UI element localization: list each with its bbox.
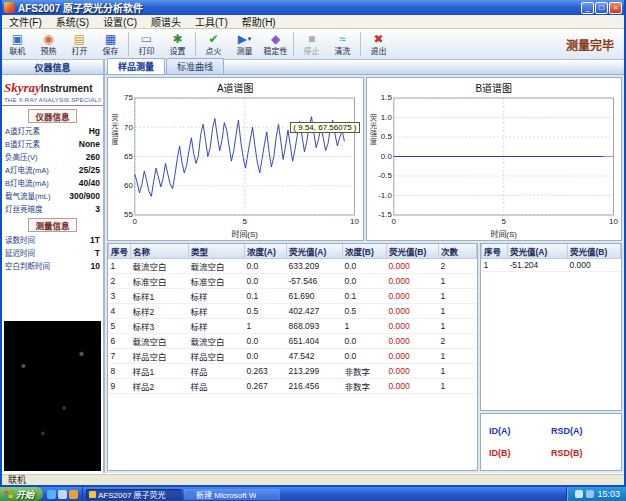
dropdown-arrow-icon[interactable]: ▾ <box>248 35 252 43</box>
header-row: 序号名称类型浓度(A)荧光值(A)浓度(B)荧光值(B)次数 <box>109 244 477 259</box>
table-cell: 1 <box>439 289 477 304</box>
start-button[interactable]: 开始 <box>0 487 43 501</box>
minimize-button[interactable]: _ <box>581 2 594 14</box>
results-table: 序号名称类型浓度(A)荧光值(A)浓度(B)荧光值(B)次数1载流空白载流空白0… <box>108 244 477 394</box>
close-button[interactable]: × <box>609 2 622 14</box>
column-header[interactable]: 荧光值(B) <box>387 244 439 259</box>
table-row[interactable]: 5标样3标样1868.09310.0001 <box>109 319 477 334</box>
exit-icon: ✖ <box>373 33 383 45</box>
table-row[interactable]: 2标准空白标准空白0.0-57.5460.00.0001 <box>109 274 477 289</box>
column-header[interactable]: 荧光值(B) <box>568 244 621 259</box>
chart-tooltip: ( 9.54, 67.56075 ) <box>290 122 359 133</box>
measurement-area: 样品测量标准曲线 A道谱图 荧光强度 55606570750510时间(S) (… <box>105 60 624 473</box>
svg-text:时间(S): 时间(S) <box>490 229 517 239</box>
measure-button[interactable]: ▶▾测量 <box>229 30 260 59</box>
table-cell: 2 <box>439 259 477 274</box>
field-label: A道灯元素 <box>5 125 40 136</box>
tab-sample-measurement[interactable]: 样品测量 <box>107 58 165 74</box>
menu-item[interactable]: 系统(S) <box>49 14 96 29</box>
table-cell: 样品2 <box>131 379 189 394</box>
instrument-panel: 仪器信息 SkyrayInstrument THE X-RAY ANALYSIS… <box>2 60 105 473</box>
table-cell: 0.000 <box>387 304 439 319</box>
table-cell: 0.000 <box>387 349 439 364</box>
menu-item[interactable]: 帮助(H) <box>235 14 283 29</box>
column-header[interactable]: 荧光值(A) <box>508 244 568 259</box>
table-row[interactable]: 8样品1样品0.263213.299非数字0.0001 <box>109 364 477 379</box>
brand-name: SkyrayInstrument <box>4 78 101 96</box>
table-cell: 0.267 <box>245 379 287 394</box>
main-content: 仪器信息 SkyrayInstrument THE X-RAY ANALYSIS… <box>2 60 624 473</box>
rinse-button[interactable]: ≈清洗 <box>327 30 358 59</box>
column-header[interactable]: 序号 <box>482 244 508 259</box>
table-cell: 标样 <box>189 319 245 334</box>
open-button[interactable]: ▤打开 <box>64 30 95 59</box>
chart-a-title: A道谱图 <box>108 78 363 93</box>
chart-a-plot[interactable]: 55606570750510时间(S) <box>108 93 363 239</box>
toolbar-icon-row: ✔ <box>208 33 218 46</box>
table-row[interactable]: 4标样2标样0.5402.4270.50.0001 <box>109 304 477 319</box>
brand-black: Instrument <box>41 83 93 94</box>
menu-item[interactable]: 工具(T) <box>188 14 235 29</box>
show-desktop-icon[interactable] <box>58 490 67 499</box>
window-controls: _ □ × <box>581 2 622 14</box>
svg-text:-1.0: -1.0 <box>378 191 392 200</box>
field-label: 灯丝亮暗度 <box>5 203 43 214</box>
table-cell: 标样2 <box>131 304 189 319</box>
table-row[interactable]: 9样品2样品0.267216.456非数字0.0001 <box>109 379 477 394</box>
table-cell: 样品空白 <box>131 349 189 364</box>
ie-icon[interactable] <box>47 490 56 499</box>
column-header[interactable]: 类型 <box>189 244 245 259</box>
media-player-icon[interactable] <box>69 490 78 499</box>
maximize-button[interactable]: □ <box>595 2 608 14</box>
table-cell: 载流空白 <box>131 334 189 349</box>
settings-button[interactable]: ✱设置 <box>162 30 193 59</box>
connect-icon: ▣ <box>12 33 23 45</box>
preheat-button[interactable]: ◉预热 <box>33 30 64 59</box>
table-cell: 0.0 <box>245 259 287 274</box>
column-header[interactable]: 浓度(A) <box>245 244 287 259</box>
column-header[interactable]: 名称 <box>131 244 189 259</box>
ignite-button[interactable]: ✔点火 <box>198 30 229 59</box>
menu-item[interactable]: 设置(C) <box>96 14 144 29</box>
network-icon[interactable] <box>586 490 594 498</box>
system-tray: 15:03 <box>566 487 626 501</box>
table-cell: 0.5 <box>245 304 287 319</box>
print-button[interactable]: ▭打印 <box>131 30 162 59</box>
chart-b-plot[interactable]: -1.5-1.0-0.50.00.51.01.50510时间(S) <box>367 93 622 239</box>
menu-item[interactable]: 顺谱头 <box>144 14 188 29</box>
connect-button[interactable]: ▣联机 <box>2 30 33 59</box>
stop-button[interactable]: ■停止 <box>296 30 327 59</box>
tab-standard-curve[interactable]: 标准曲线 <box>166 58 224 74</box>
exit-button[interactable]: ✖退出 <box>363 30 394 59</box>
instrument-field-row: B灯电流(mA)40/40 <box>2 176 103 189</box>
table-cell: 0.0 <box>343 349 387 364</box>
tab-strip: 样品测量标准曲线 <box>105 60 624 75</box>
stability-button[interactable]: ◆稳定性 <box>260 30 291 59</box>
measure-field-row: 空白判断时间10 <box>2 259 103 272</box>
table-cell: 9 <box>109 379 131 394</box>
table-cell: 8 <box>109 364 131 379</box>
table-cell: 7 <box>109 349 131 364</box>
table-row[interactable]: 7样品空白样品空白0.047.5420.00.0001 <box>109 349 477 364</box>
task-button[interactable]: 新建 Microsoft W <box>184 489 280 500</box>
table-row[interactable]: 1载流空白载流空白0.0633.2090.00.0002 <box>109 259 477 274</box>
measure-field-row: 读数时间1T <box>2 233 103 246</box>
table-row[interactable]: 1-51.2040.000 <box>482 259 621 272</box>
column-header[interactable]: 浓度(B) <box>343 244 387 259</box>
table-row[interactable]: 3标样1标样0.161.6900.10.0001 <box>109 289 477 304</box>
chart-b: B道谱图 荧光强度 -1.5-1.0-0.50.00.51.01.50510时间… <box>366 77 623 241</box>
save-button[interactable]: ▦保存 <box>95 30 126 59</box>
save-icon: ▦ <box>105 33 116 45</box>
table-row[interactable]: 6载流空白载流空白0.0651.4040.00.0002 <box>109 334 477 349</box>
menu-item[interactable]: 文件(F) <box>2 14 49 29</box>
task-button[interactable]: AFS2007 原子荧光 <box>86 489 182 500</box>
column-header[interactable]: 序号 <box>109 244 131 259</box>
table-cell: 213.299 <box>287 364 343 379</box>
column-header[interactable]: 次数 <box>439 244 477 259</box>
volume-icon[interactable] <box>575 490 583 498</box>
status-bar: 联机 <box>2 473 624 485</box>
svg-text:10: 10 <box>350 217 359 226</box>
table-cell: 非数字 <box>343 379 387 394</box>
column-header[interactable]: 荧光值(A) <box>287 244 343 259</box>
table-cell: 1 <box>439 379 477 394</box>
